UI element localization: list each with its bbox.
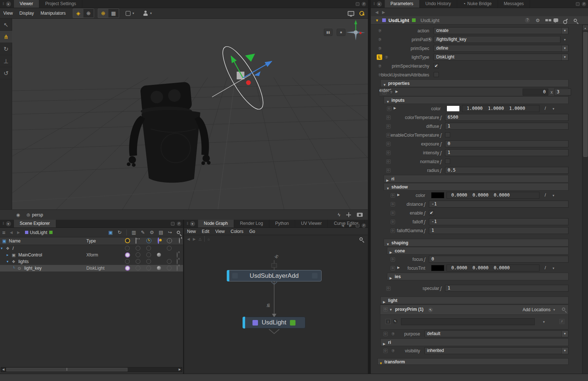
menu-go[interactable]: Go (246, 229, 258, 234)
proxy-display-selector[interactable]: ▼ (143, 11, 153, 16)
param-value-field[interactable]: DiskLight▼ (434, 54, 569, 61)
default-indicator-icon[interactable]: D (383, 307, 388, 312)
color-picker-pen-icon[interactable]: / (545, 105, 546, 111)
panel-divider[interactable] (368, 0, 371, 374)
nav-forward-icon[interactable]: ▶ (193, 237, 196, 241)
curve-toggle-icon[interactable]: ʃ (440, 133, 442, 138)
expander-icon[interactable]: ▾ (7, 259, 8, 263)
menu-edit[interactable]: Edit (199, 229, 212, 234)
dropdown-arrow-icon[interactable]: ▼ (562, 28, 568, 34)
select-tool-icon[interactable]: ↖ (0, 19, 12, 31)
param-focusTint[interactable]: D▶focusTint0.0000 0.0000 0.0000/▼ (377, 264, 569, 273)
frame-selector[interactable]: ▼ (126, 11, 135, 16)
tree-row-light_key[interactable]: └⊙light_keyDiskLight (0, 265, 183, 272)
parameters-scrollbar[interactable]: ▲ (582, 25, 588, 374)
collapse-triangle-icon[interactable]: ▼ (375, 18, 379, 22)
menu-new[interactable]: New (184, 229, 199, 234)
close-panel-icon[interactable]: ✗ (177, 222, 181, 226)
menu-view[interactable]: View (0, 11, 16, 16)
monitor-icon[interactable] (348, 11, 354, 16)
graph-tab-render-log[interactable]: Render Log (234, 220, 269, 227)
eye-toggle-icon[interactable] (125, 252, 130, 258)
dropdown-arrow-icon[interactable]: ▼ (562, 331, 568, 337)
dropdown-arrow-icon[interactable]: ▼ (552, 267, 555, 270)
group-expander-icon[interactable]: ▼ (379, 360, 383, 367)
circle-toggle-icon[interactable] (136, 246, 140, 251)
param-distance[interactable]: Ddistanceʃ-1 (377, 200, 569, 209)
param-value-field[interactable]: 6500 (445, 114, 569, 121)
ball-toggle-icon[interactable] (157, 253, 161, 257)
viewer-vis-column-icon[interactable] (158, 237, 159, 244)
wrench-icon[interactable] (564, 18, 568, 22)
param-colorTemperature[interactable]: DcolorTemperatureʃ6500 (377, 113, 569, 122)
render-column-icon[interactable] (136, 238, 136, 244)
pause-button[interactable]: ▮▮ (324, 29, 333, 36)
snapshot-camera-icon[interactable] (357, 213, 363, 217)
params-tab-parameters[interactable]: Parameters (385, 0, 420, 8)
circle-toggle-icon[interactable] (146, 266, 151, 270)
scroll-left-icon[interactable]: ◀ (1, 367, 6, 372)
forward-icon[interactable]: ▶ (17, 230, 20, 234)
close-panel-icon[interactable]: ✗ (362, 2, 366, 6)
column-name[interactable]: Name (9, 238, 21, 244)
render-icon[interactable]: ▤ (159, 230, 163, 235)
group-transform[interactable]: ▼transform (377, 358, 569, 365)
graph-tab-python[interactable]: Python (269, 220, 295, 227)
tree-row-lights[interactable]: ▾❖lights (0, 258, 183, 265)
expander-icon[interactable]: ▸ (7, 253, 8, 257)
param-primSpecHierarchy[interactable]: ?primSpecHierarchy✔ (377, 62, 569, 71)
back-icon[interactable]: ◀ (10, 230, 13, 234)
graph-tab-uv-viewer[interactable]: UV Viewer (295, 220, 328, 227)
param-search-icon[interactable] (574, 19, 577, 22)
param-help-icon[interactable]: ? (389, 90, 394, 94)
dropdown-arrow-icon[interactable]: ▼ (562, 46, 568, 51)
group-expander-icon[interactable]: ▼ (389, 308, 392, 312)
globe-icon[interactable]: ⊕ (83, 9, 94, 18)
camera-label[interactable]: persp (32, 212, 43, 218)
param-focus[interactable]: Dfocusʃ0 (377, 255, 569, 264)
dropdown-arrow-icon[interactable]: ▼ (542, 320, 545, 324)
circle-toggle-icon[interactable] (136, 259, 140, 264)
circle-toggle-icon[interactable] (167, 266, 172, 270)
gear-icon[interactable]: ⚙ (150, 230, 154, 235)
curve-toggle-icon[interactable]: ʃ (424, 219, 426, 224)
param-diffuse[interactable]: Ddiffuseʃ1 (377, 122, 569, 131)
group-ies[interactable]: ▶ies (387, 273, 569, 280)
group-light[interactable]: ▶light (380, 296, 569, 304)
extent-count-field[interactable]: 0 (523, 89, 548, 96)
viewport-3d[interactable]: ▮▮ ■ (12, 19, 368, 209)
curve-toggle-icon[interactable]: ʃ (440, 159, 442, 164)
orbit-tool-icon[interactable]: ↺ (0, 67, 12, 79)
scenegraph-link-icon[interactable]: ↖ (427, 37, 432, 42)
circle-toggle-icon[interactable] (136, 266, 140, 270)
param-primPath[interactable]: ?primPath↖/lights/light_key▼ (377, 35, 569, 44)
column-type[interactable]: Type (86, 238, 96, 244)
float-panel-icon[interactable] (356, 2, 359, 6)
param-checkbox[interactable]: ✔ (434, 63, 439, 68)
param-proxyprim[interactable]: D▼proxyPrim (1)↖Add Locations▼ (380, 305, 569, 315)
curve-toggle-icon[interactable]: ʃ (424, 228, 426, 233)
circle-toggle-icon[interactable] (167, 259, 172, 264)
dropdown-arrow-icon[interactable]: ▼ (562, 348, 568, 354)
default-indicator-icon[interactable]: D (382, 90, 387, 94)
tiles-icon[interactable]: ▦ (108, 9, 119, 18)
param-action[interactable]: ?actioncreate▼ (377, 26, 569, 35)
param-radius[interactable]: Dradiusʃ0.5 (377, 166, 569, 175)
param-extent[interactable]: D?▶extent0x3 (379, 87, 569, 96)
graph-tab-node-graph[interactable]: Node Graph (198, 220, 234, 227)
expander-icon[interactable]: └ (12, 266, 15, 270)
curve-toggle-icon[interactable]: ʃ (440, 286, 442, 291)
curve-toggle-icon[interactable]: ʃ (424, 257, 426, 262)
scenegraph-link-icon[interactable]: ↖ (393, 319, 398, 324)
curve-toggle-icon[interactable]: ʃ (440, 168, 442, 173)
circle-toggle-icon[interactable] (146, 252, 151, 257)
refresh-icon[interactable]: ↻ (118, 230, 122, 235)
param-blockUpstreamAttributes[interactable]: ?blockUpstreamAttributes (377, 71, 569, 79)
param-checkbox[interactable] (445, 159, 450, 164)
help-icon[interactable]: ? (525, 18, 530, 23)
param-value-field[interactable]: 0 (445, 140, 569, 147)
location-path-field[interactable] (401, 318, 535, 325)
layers-blue-icon[interactable]: ▣ (108, 230, 113, 235)
panel-menu-icon[interactable]: ▼ (377, 1, 382, 7)
comment-icon[interactable] (553, 18, 558, 22)
